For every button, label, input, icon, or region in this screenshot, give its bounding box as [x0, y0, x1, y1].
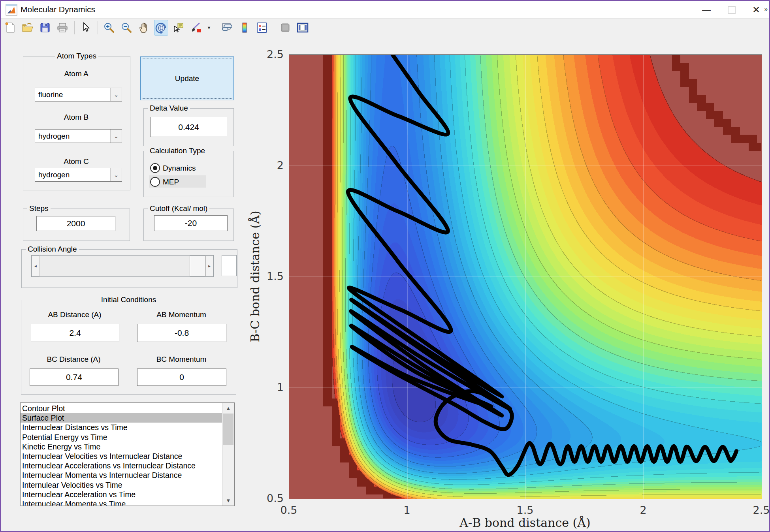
x-tick-label: 2: [625, 504, 661, 516]
collision-angle-field[interactable]: [222, 255, 237, 276]
steps-field[interactable]: 2000: [36, 216, 115, 231]
plot-type-listbox[interactable]: Contour PlotSurface PlotInternuclear Dis…: [20, 402, 235, 506]
new-document-icon[interactable]: [3, 20, 17, 36]
pan-icon[interactable]: [137, 20, 151, 36]
title-bar: Molecular Dynamics — ✕: [0, 1, 770, 18]
zoom-out-icon[interactable]: [119, 20, 134, 36]
radio-selected-icon: [150, 163, 160, 173]
ab-momentum-field[interactable]: -0.8: [137, 324, 226, 342]
show-plot-tools-icon[interactable]: [296, 20, 310, 36]
save-icon[interactable]: [38, 20, 52, 36]
initial-conditions-title: Initial Conditions: [99, 295, 158, 304]
radio-dynamics[interactable]: Dynamics: [150, 163, 196, 173]
atom-a-value: fluorine: [35, 90, 110, 99]
collision-angle-title: Collision Angle: [26, 245, 79, 254]
slider-right-arrow[interactable]: ▸: [205, 256, 213, 276]
y-tick-label: 0.5: [252, 492, 284, 504]
update-button[interactable]: Update: [140, 56, 234, 100]
toolbar-separator: [74, 21, 75, 34]
atom-c-select[interactable]: hydrogen ⌄: [35, 168, 122, 182]
cutoff-title: Cutoff (Kcal/ mol): [148, 204, 209, 213]
delta-value-field[interactable]: 0.424: [150, 117, 227, 137]
bc-momentum-label: BC Momentum: [137, 355, 226, 364]
bc-distance-label: BC Distance (A): [30, 355, 118, 364]
atom-a-label: Atom A: [23, 70, 130, 78]
chevron-down-icon[interactable]: ⌄: [110, 168, 122, 181]
focus-ring: [142, 58, 232, 99]
plot-type-items: Contour PlotSurface PlotInternuclear Dis…: [21, 404, 222, 506]
list-item[interactable]: Internulear Velocities vs Time: [21, 480, 222, 490]
brush-icon[interactable]: [189, 20, 203, 36]
scroll-down-icon[interactable]: ▼: [222, 495, 234, 506]
y-axis-label: B-C bond distance (Å): [248, 194, 262, 359]
open-folder-icon[interactable]: [21, 20, 35, 36]
zoom-in-icon[interactable]: [102, 20, 116, 36]
list-item[interactable]: Kinetic Energy vs Time: [21, 442, 222, 451]
rotate-3d-icon[interactable]: [154, 20, 168, 36]
legend-icon[interactable]: [255, 20, 269, 36]
brush-dropdown-arrow[interactable]: ▼: [206, 20, 212, 35]
listbox-scrollbar[interactable]: ▲ ▼: [222, 403, 234, 506]
x-tick-label: 1: [389, 504, 425, 516]
bc-distance-field[interactable]: 0.74: [30, 368, 119, 386]
x-axis-label: A-B bond distance (Å): [446, 516, 604, 530]
slider-track[interactable]: [40, 256, 190, 276]
ab-distance-field[interactable]: 2.4: [31, 324, 119, 342]
data-cursor-icon[interactable]: [171, 20, 186, 36]
steps-title: Steps: [27, 204, 51, 213]
atom-types-title: Atom Types: [55, 52, 98, 60]
y-tick-label: 2.5: [252, 48, 284, 60]
y-tick-label: 2: [252, 159, 284, 171]
atom-c-value: hydrogen: [35, 171, 110, 179]
ab-distance-label: AB Distance (A): [31, 310, 119, 319]
slider-left-arrow[interactable]: ◂: [32, 256, 40, 276]
cutoff-field[interactable]: -20: [154, 215, 228, 231]
list-item[interactable]: Contour Plot: [21, 404, 222, 413]
maximize-icon: [728, 6, 736, 14]
list-item[interactable]: Internuclear Momenta vs Time: [21, 499, 222, 506]
toolbar-separator: [216, 21, 216, 34]
atom-b-select[interactable]: hydrogen ⌄: [35, 129, 122, 143]
chevron-down-icon[interactable]: ⌄: [110, 88, 122, 101]
atom-b-value: hydrogen: [35, 132, 110, 141]
hide-plot-tools-icon[interactable]: [278, 20, 292, 36]
slider-thumb[interactable]: [190, 256, 205, 276]
scroll-up-icon[interactable]: ▲: [222, 403, 234, 413]
radio-mep-label: MEP: [163, 178, 179, 186]
radio-mep[interactable]: MEP: [150, 177, 179, 187]
y-tick-label: 1: [252, 381, 284, 393]
toolbar-overflow-chevron[interactable]: »: [764, 6, 768, 12]
list-item[interactable]: Internuclear Distances vs Time: [21, 423, 222, 432]
print-icon[interactable]: [55, 20, 70, 36]
maximize-button[interactable]: [719, 1, 744, 18]
colorbar-icon[interactable]: [237, 20, 252, 36]
x-tick-label: 1.5: [507, 504, 543, 516]
x-tick-label: 2.5: [744, 504, 770, 516]
atom-a-select[interactable]: fluorine ⌄: [35, 88, 122, 102]
radio-unselected-icon: [150, 177, 160, 187]
list-item[interactable]: Potential Energy vs Time: [21, 432, 222, 442]
toolbar-separator: [98, 21, 98, 34]
figure-toolbar: ▼: [0, 18, 770, 37]
list-item[interactable]: Internuclear Acceleration vs Time: [21, 490, 222, 499]
list-item[interactable]: Internuclear Accelerations vs Internucle…: [21, 461, 222, 470]
calculation-type-title: Calculation Type: [148, 147, 207, 155]
ab-momentum-label: AB Momentum: [137, 310, 226, 319]
list-item[interactable]: Internuclear Momenta vs Internuclear Dis…: [21, 470, 222, 480]
calculation-type-group: Calculation Type: [143, 151, 234, 197]
contour-plot[interactable]: [289, 55, 762, 499]
collision-angle-slider[interactable]: ◂ ▸: [31, 255, 214, 277]
list-item[interactable]: Surface Plot: [21, 413, 222, 423]
scrollbar-thumb[interactable]: [223, 414, 233, 445]
chevron-down-icon[interactable]: ⌄: [110, 130, 122, 143]
atom-c-label: Atom C: [23, 157, 130, 166]
link-plot-icon[interactable]: [220, 20, 234, 36]
bc-momentum-field[interactable]: 0: [137, 368, 226, 386]
minimize-button[interactable]: —: [694, 1, 719, 18]
window-title: Molecular Dynamics: [21, 5, 95, 14]
delta-value-title: Delta Value: [148, 104, 190, 113]
pointer-icon[interactable]: [79, 20, 93, 36]
list-item[interactable]: Internuclear Velocities vs Internuclear …: [21, 451, 222, 461]
toolbar-separator: [274, 21, 274, 34]
matlab-app-icon: [6, 4, 17, 16]
